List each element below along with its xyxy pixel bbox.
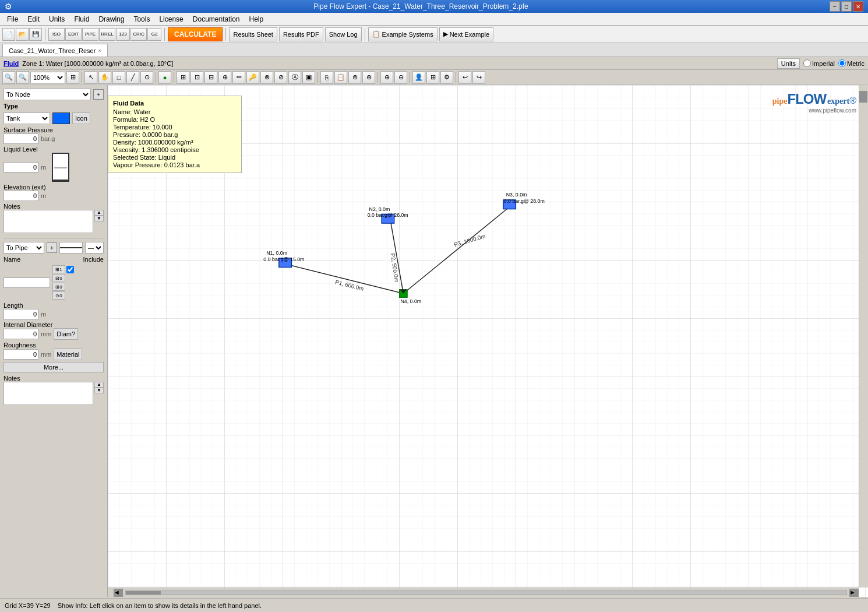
pipe-notes-textarea[interactable]: [3, 382, 93, 405]
menu-tools[interactable]: Tools: [129, 14, 154, 24]
add-pump-tool[interactable]: ⊙: [140, 71, 153, 84]
show-log-button[interactable]: Show Log: [325, 27, 362, 41]
iso-button[interactable]: ISO: [48, 28, 65, 41]
draw-tool-10[interactable]: ▣: [302, 71, 315, 84]
select-tool[interactable]: ↖: [84, 71, 97, 84]
draw-tool-8[interactable]: ⊘: [274, 71, 287, 84]
paste-tool[interactable]: 📋: [334, 71, 347, 84]
draw-tool-7[interactable]: ⊗: [260, 71, 273, 84]
draw-tool-2[interactable]: ⊡: [190, 71, 203, 84]
node-type-select[interactable]: Tank: [3, 112, 50, 124]
pipe-diameter-input[interactable]: [3, 329, 38, 339]
results-sheet-button[interactable]: Results Sheet: [229, 27, 277, 41]
line-style-select[interactable]: —: [85, 242, 104, 254]
settings-tool[interactable]: ⚙: [440, 71, 453, 84]
maximize-button[interactable]: □: [841, 1, 852, 12]
to-pipe-select[interactable]: To Pipe: [3, 242, 44, 254]
draw-tool-4[interactable]: ⊕: [218, 71, 231, 84]
tab-close-button[interactable]: ×: [98, 48, 101, 54]
rrel-button[interactable]: RREL: [99, 28, 115, 41]
pipe-notes-scroll-down[interactable]: ▼: [94, 388, 104, 393]
hscroll-left[interactable]: ◄: [114, 589, 123, 597]
vertical-scrollbar[interactable]: [859, 85, 868, 588]
hscroll-right[interactable]: ►: [849, 589, 859, 597]
add-pipe-tool[interactable]: ╱: [126, 71, 139, 84]
node-icon-button[interactable]: Icon: [72, 112, 90, 124]
pan-tool[interactable]: ✋: [98, 71, 111, 84]
green-node-tool[interactable]: ●: [158, 71, 171, 84]
pipe-add-button[interactable]: +: [47, 242, 57, 253]
metric-radio-label[interactable]: Metric: [838, 59, 865, 67]
main-tab[interactable]: Case_21_Water_Three_Reser ×: [2, 44, 108, 57]
canvas-area[interactable]: P1, 600.0m P2, 500.0m P3, 1000.0m N1, 0.…: [108, 85, 868, 597]
include-checkbox[interactable]: [66, 266, 74, 273]
elevation-exit-input[interactable]: [3, 191, 38, 201]
vscroll-thumb[interactable]: [859, 91, 867, 103]
save-button[interactable]: 💾: [29, 28, 42, 41]
close-button[interactable]: ✕: [853, 1, 863, 12]
draw-tool-6[interactable]: 🔑: [246, 71, 259, 84]
menu-license[interactable]: License: [154, 14, 188, 24]
diam-button[interactable]: Diam?: [54, 328, 78, 340]
material-button[interactable]: Material: [54, 349, 82, 360]
new-button[interactable]: 📄: [2, 28, 15, 41]
notes-scroll-up[interactable]: ▲: [94, 210, 104, 216]
person-tool[interactable]: 👤: [412, 71, 425, 84]
metric-radio[interactable]: [838, 59, 846, 67]
menu-fluid[interactable]: Fluid: [69, 14, 94, 24]
menu-help[interactable]: Help: [245, 14, 269, 24]
zoom-select[interactable]: 100% 50% 75% 150% 200%: [30, 72, 65, 83]
menu-units[interactable]: Units: [44, 14, 69, 24]
next-example-button[interactable]: ▶ Next Example: [439, 27, 493, 41]
pipe-length-input[interactable]: [3, 309, 38, 319]
redo-button[interactable]: ↪: [472, 71, 485, 84]
grid-tool[interactable]: ⊞: [426, 71, 439, 84]
pipe-notes-scroll-up[interactable]: ▲: [94, 382, 104, 388]
pipe-p3-line[interactable]: [403, 205, 511, 294]
open-button[interactable]: 📂: [16, 28, 29, 41]
zoom-out-button[interactable]: 🔍: [16, 71, 29, 84]
zoom-in-button[interactable]: 🔍: [2, 71, 15, 84]
pipe-button[interactable]: PIPE: [82, 28, 98, 41]
draw-tool-11[interactable]: ⊜: [348, 71, 361, 84]
draw-tool-5[interactable]: ✏: [232, 71, 245, 84]
draw-tool-3[interactable]: ⊟: [204, 71, 217, 84]
calculate-button[interactable]: CALCULATE: [168, 27, 223, 41]
node-notes-textarea[interactable]: [3, 210, 93, 233]
liquid-level-input[interactable]: [3, 162, 38, 173]
more-button[interactable]: More...: [3, 362, 104, 372]
draw-tool-1[interactable]: ⊞: [177, 71, 189, 84]
surface-pressure-input[interactable]: [3, 133, 38, 144]
units-button[interactable]: Units: [777, 58, 800, 69]
to-node-select[interactable]: To Node: [3, 89, 91, 100]
123-button[interactable]: 123: [116, 28, 130, 41]
node-add-button[interactable]: +: [93, 89, 104, 100]
results-pdf-button[interactable]: Results PDF: [279, 27, 323, 41]
imperial-radio-label[interactable]: Imperial: [803, 59, 835, 67]
pipe-roughness-input[interactable]: [3, 349, 38, 360]
menu-drawing[interactable]: Drawing: [94, 14, 129, 24]
zoom-in2-tool[interactable]: ⊕: [380, 71, 393, 84]
menu-edit[interactable]: Edit: [23, 14, 44, 24]
menu-file[interactable]: File: [2, 14, 23, 24]
minimize-button[interactable]: −: [830, 1, 840, 12]
edit-button[interactable]: EDIT: [65, 28, 82, 41]
draw-tool-9[interactable]: Ⓐ: [288, 71, 301, 84]
node-color-box[interactable]: [52, 112, 70, 124]
zoom-out2-tool[interactable]: ⊖: [394, 71, 407, 84]
pipe-p1-line[interactable]: [289, 265, 403, 294]
cric-button[interactable]: CRIC: [130, 28, 147, 41]
menu-documentation[interactable]: Documentation: [188, 14, 245, 24]
draw-tool-12[interactable]: ⊛: [362, 71, 375, 84]
notes-scroll-down[interactable]: ▼: [94, 216, 104, 221]
add-node-tool[interactable]: □: [112, 71, 125, 84]
imperial-radio[interactable]: [803, 59, 811, 67]
example-systems-button[interactable]: 📋 Example Systems: [368, 27, 437, 41]
g2-button[interactable]: G2: [147, 28, 161, 41]
hscroll-track[interactable]: [125, 590, 847, 595]
horizontal-scrollbar[interactable]: ◄ ►: [108, 588, 859, 597]
copy-tool[interactable]: ⎘: [320, 71, 333, 84]
hscroll-thumb[interactable]: [126, 591, 161, 595]
undo-button[interactable]: ↩: [458, 71, 471, 84]
fit-button[interactable]: ⊞: [66, 71, 79, 84]
